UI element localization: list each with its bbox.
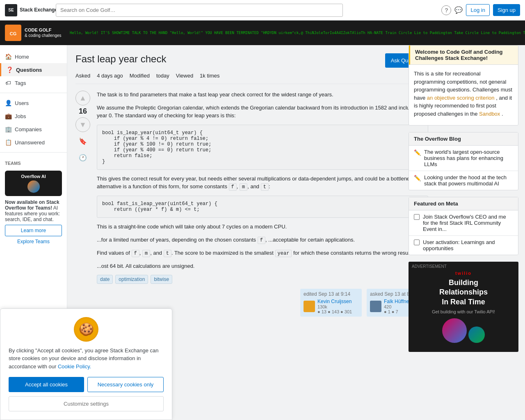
inline-m2: m xyxy=(142,250,150,257)
sidebar-item-label: Companies xyxy=(15,126,42,132)
sidebar-item-label: Jobs xyxy=(15,113,26,119)
viewed-label: Viewed xyxy=(176,73,193,79)
blog-item-1[interactable]: ✏️ The world's largest open-source busin… xyxy=(409,146,518,171)
teams-section: Overflow AI Now available on Stack Overf… xyxy=(0,167,67,248)
sidebar-item-jobs[interactable]: 💼 Jobs xyxy=(0,110,67,123)
meta-item-2[interactable]: User activation: Learnings and opportuni… xyxy=(409,236,518,255)
sidebar-item-companies[interactable]: 🏢 Companies xyxy=(0,123,67,136)
meta-header: Featured on Meta xyxy=(409,197,518,210)
unanswered-icon: 📋 xyxy=(5,139,11,146)
history-button[interactable]: 🕐 xyxy=(75,150,90,165)
viewed-count: 1k times xyxy=(200,73,219,79)
sidebar-item-label: Questions xyxy=(16,67,42,73)
ad-subtext: Get building with our Twilio API! xyxy=(432,309,495,314)
banner-text: Hello, World! IT'S SHOWTIME TALK TO THE … xyxy=(0,21,525,45)
svg-text:CG: CG xyxy=(10,31,17,36)
vote-cell: ▲ 16 ▼ 🔖 🕐 xyxy=(75,91,90,317)
blog-item-2[interactable]: ✏️ Looking under the hood at the tech st… xyxy=(409,171,518,190)
cookie-policy-link[interactable]: Cookie Policy. xyxy=(58,363,91,370)
help-icon[interactable]: ? xyxy=(441,5,451,15)
inline-year: year xyxy=(275,250,292,257)
explore-teams-link[interactable]: Explore Teams xyxy=(5,239,62,244)
sidebar-item-users[interactable]: 👤 Users xyxy=(0,96,67,110)
asked-label: Asked xyxy=(75,73,90,79)
editor-name[interactable]: Kevin Cruijssen xyxy=(317,299,352,304)
accept-all-button[interactable]: Accept all cookies xyxy=(9,377,84,392)
welcome-text: This is a site for recreational programm… xyxy=(414,70,513,118)
tag-bitwise[interactable]: bitwise xyxy=(151,275,172,284)
inline-t2: t xyxy=(164,250,171,257)
featured-meta-widget: Featured on Meta Join Stack Overflow's C… xyxy=(409,197,518,255)
upvote-button[interactable]: ▲ xyxy=(75,91,90,105)
questions-icon: ❓ xyxy=(6,66,13,73)
blog-item-2-text: Looking under the hood at the tech stack… xyxy=(424,174,513,187)
question-title: Fast leap year check xyxy=(75,53,380,65)
ad-headline: Building Relationships In Real Time xyxy=(432,278,495,307)
advertisement[interactable]: ADVERTISEMENT twilio Building Relationsh… xyxy=(409,262,518,352)
body-paragraph-3: This gives the correct result for every … xyxy=(97,175,428,191)
login-button[interactable]: Log in xyxy=(466,4,489,16)
tags-icon: 🏷 xyxy=(5,80,11,86)
inline-t: t xyxy=(261,183,269,191)
signup-button[interactable]: Sign up xyxy=(493,4,520,16)
question-header: Fast leap year check Ask Question xyxy=(75,53,428,68)
blog-item-1-text: The world's largest open-source business… xyxy=(424,149,513,167)
save-button[interactable]: 🔖 xyxy=(75,134,90,148)
tag-optimization[interactable]: optimization xyxy=(115,275,148,284)
learn-more-button[interactable]: Learn more xyxy=(5,225,62,236)
blog-header: The Overflow Blog xyxy=(409,132,518,146)
users-icon: 👤 xyxy=(5,100,11,106)
site-logo[interactable]: SE Stack Exchange xyxy=(5,4,52,16)
cookie-icon: 🍪 xyxy=(74,317,98,342)
banner-logo-text: CODE GOLF & coding challenges xyxy=(25,27,62,38)
cookie-banner: 🍪 By clicking "Accept all cookies", you … xyxy=(0,308,172,420)
sidebar-item-tags[interactable]: 🏷 Tags xyxy=(0,76,67,89)
customize-settings-button[interactable]: Customize settings xyxy=(9,396,164,411)
sidebar-item-label: Tags xyxy=(15,80,26,86)
vote-count: 16 xyxy=(79,107,87,116)
inline-f3: f xyxy=(132,250,139,257)
body-paragraph-2: We assume the Proleptic Gregorian calend… xyxy=(97,104,428,120)
overflow-blog-widget: The Overflow Blog ✏️ The world's largest… xyxy=(409,132,518,190)
search-input[interactable] xyxy=(56,4,343,17)
cookie-buttons: Accept all cookies Necessary cookies onl… xyxy=(9,377,164,392)
sandbox-link[interactable]: Sandbox xyxy=(479,111,500,117)
site-name: Stack Exchange xyxy=(20,7,52,13)
companies-icon: 🏢 xyxy=(5,126,11,132)
body-paragraph-4: This is a straight-line code which will … xyxy=(97,223,428,231)
overflow-ai-logo: Overflow AI xyxy=(5,171,62,196)
sidebar-item-label: Users xyxy=(15,100,29,106)
meta-icon-2 xyxy=(414,240,420,245)
body-paragraph-7: ...ost 64 bit. All calculations are unsi… xyxy=(97,262,428,270)
meta-icon-1 xyxy=(414,214,420,220)
necessary-only-button[interactable]: Necessary cookies only xyxy=(87,377,164,392)
code-block-2: bool fast_is_leap_year(uint64_t year) { … xyxy=(97,196,428,218)
modified-date: today xyxy=(156,73,169,79)
post-layout: ▲ 16 ▼ 🔖 🕐 The task is to find parameter… xyxy=(75,91,428,317)
welcome-header: Welcome to Code Golf and Coding Challeng… xyxy=(409,46,518,65)
editor-avatar xyxy=(304,301,315,312)
site-banner: CG CODE GOLF & coding challenges Hello, … xyxy=(0,21,525,45)
body-paragraph-5: ...for a limited number of years, depend… xyxy=(97,236,428,244)
sidebar-item-label: Unanswered xyxy=(15,139,45,146)
meta-item-2-text: User activation: Learnings and opportuni… xyxy=(423,239,513,251)
banner-logo-icon: CG xyxy=(5,25,21,41)
logo-icon: SE xyxy=(5,4,17,16)
asked-date: 4 days ago xyxy=(97,73,123,79)
edited-text: edited Sep 13 at 9:14 xyxy=(304,291,358,297)
sidebar-item-unanswered[interactable]: 📋 Unanswered xyxy=(0,136,67,149)
scoring-criterion-link[interactable]: an objective scoring criterion xyxy=(427,95,495,101)
sidebar-item-home[interactable]: 🏠 Home xyxy=(0,50,67,63)
sidebar-item-questions[interactable]: ❓ Questions xyxy=(0,63,67,76)
inbox-icon[interactable]: 💬 xyxy=(454,6,463,14)
right-sidebar: Welcome to Code Golf and Coding Challeng… xyxy=(402,45,525,420)
code-block-1: bool is_leap_year(uint64_t year) { if (y… xyxy=(97,125,428,170)
welcome-body: This is a site for recreational programm… xyxy=(409,65,518,125)
topbar: SE Stack Exchange ? 💬 Log in Sign up xyxy=(0,0,525,21)
nav-links: ? 💬 Log in Sign up xyxy=(441,4,520,16)
tag-date[interactable]: date xyxy=(97,275,113,284)
downvote-button[interactable]: ▼ xyxy=(75,117,90,132)
body-paragraph-1: The task is to find parameters that make… xyxy=(97,91,428,99)
meta-item-1[interactable]: Join Stack Overflow's CEO and me for the… xyxy=(409,210,518,236)
meta-item-1-text: Join Stack Overflow's CEO and me for the… xyxy=(423,214,513,232)
